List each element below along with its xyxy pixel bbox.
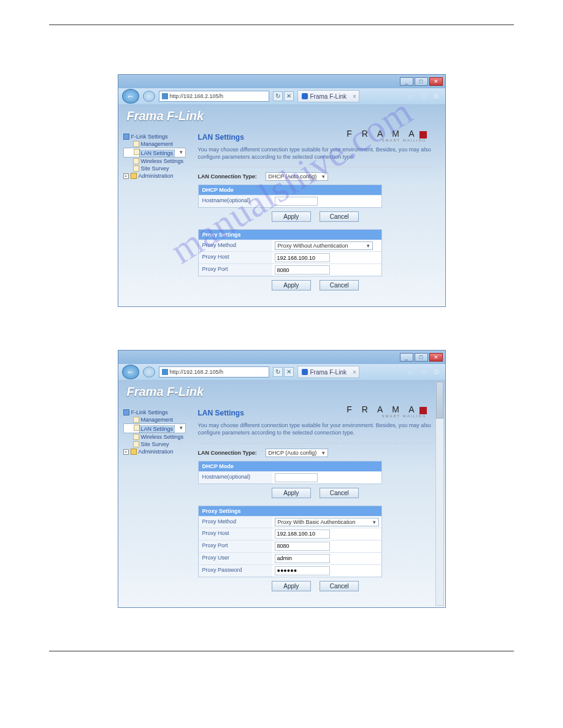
- browser-tab[interactable]: Frama F-Link ×: [297, 90, 359, 102]
- expand-icon[interactable]: +: [123, 449, 129, 455]
- window-maximize-button[interactable]: □: [415, 77, 428, 86]
- page-icon: [134, 149, 140, 155]
- sidebar-tree: F-Link Settings Management LAN Settings …: [123, 406, 191, 594]
- nav-back-button[interactable]: ←: [122, 89, 139, 104]
- tree-root-flink[interactable]: F-Link Settings: [123, 133, 191, 140]
- proxy-port-input[interactable]: [275, 542, 330, 551]
- tab-favicon-icon: [302, 93, 308, 99]
- proxy-method-select[interactable]: Proxy With Basic Authentication: [275, 518, 379, 526]
- cancel-button[interactable]: Cancel: [320, 581, 359, 591]
- proxy-password-label: Proxy Password: [199, 565, 272, 577]
- proxy-table: Proxy Settings Proxy Method Proxy Withou…: [198, 229, 382, 276]
- url-text: http://192.168.2.105/h: [170, 93, 224, 99]
- root-icon: [123, 134, 129, 140]
- page-icon: [133, 441, 139, 447]
- proxy-port-label: Proxy Port: [199, 264, 272, 276]
- nav-forward-button[interactable]: [143, 366, 155, 377]
- home-icon[interactable]: ⌂: [408, 92, 417, 100]
- address-bar[interactable]: http://192.168.2.105/h: [159, 91, 269, 102]
- apply-button[interactable]: Apply: [272, 488, 311, 498]
- folder-icon: [131, 449, 137, 455]
- page-icon: [133, 141, 139, 147]
- apply-button[interactable]: Apply: [272, 280, 311, 290]
- tab-close-icon[interactable]: ×: [353, 369, 356, 376]
- tree-item-administration[interactable]: +Administration: [123, 172, 191, 180]
- favorites-icon[interactable]: ☆: [421, 368, 429, 376]
- app-title: Frama F-Link: [127, 109, 437, 123]
- tree-label: Administration: [139, 449, 174, 455]
- proxy-method-select[interactable]: Proxy Without Authentication: [275, 241, 373, 250]
- tree-item-site-survey[interactable]: Site Survey: [123, 165, 191, 172]
- url-text: http://192.168.2.105/h: [170, 369, 224, 375]
- tree-root-flink[interactable]: F-Link Settings: [123, 409, 191, 416]
- hostname-label: Hostname(optional): [199, 195, 272, 207]
- conn-type-select[interactable]: DHCP (Auto config): [266, 449, 329, 457]
- page-icon: [133, 417, 139, 423]
- favorites-icon[interactable]: ☆: [421, 92, 429, 100]
- dhcp-header: DHCP Mode: [199, 461, 381, 471]
- proxy-method-label: Proxy Method: [199, 517, 272, 528]
- window-maximize-button[interactable]: □: [415, 353, 428, 362]
- tree-label: Wireless Settings: [141, 434, 184, 440]
- window-minimize-button[interactable]: _: [400, 353, 413, 362]
- dhcp-table: DHCP Mode Hostname(optional): [198, 461, 382, 484]
- window-close-button[interactable]: ✕: [429, 77, 443, 86]
- proxy-user-label: Proxy User: [199, 553, 272, 564]
- cancel-button[interactable]: Cancel: [320, 488, 359, 498]
- tree-item-wireless-settings[interactable]: Wireless Settings: [123, 157, 191, 165]
- tools-icon[interactable]: ⚙: [433, 368, 442, 376]
- tree-item-site-survey[interactable]: Site Survey: [123, 441, 191, 448]
- section-description: You may choose different connection type…: [198, 422, 433, 436]
- hostname-label: Hostname(optional): [199, 472, 272, 483]
- stop-button[interactable]: ✕: [284, 91, 294, 101]
- divider: [198, 443, 433, 444]
- arrow-left-icon: ←: [126, 367, 135, 377]
- conn-type-select[interactable]: DHCP (Auto config): [266, 172, 329, 181]
- proxy-header: Proxy Settings: [199, 506, 381, 516]
- proxy-host-label: Proxy Host: [199, 528, 272, 540]
- tree-item-management[interactable]: Management: [123, 416, 191, 423]
- cancel-button[interactable]: Cancel: [320, 211, 359, 222]
- expand-icon[interactable]: +: [123, 173, 129, 179]
- nav-back-button[interactable]: ←: [122, 365, 139, 379]
- scrollbar[interactable]: [435, 381, 444, 605]
- tab-title: Frama F-Link: [310, 369, 347, 376]
- address-bar[interactable]: http://192.168.2.105/h: [159, 366, 269, 377]
- proxy-port-input[interactable]: [275, 265, 330, 275]
- window-close-button[interactable]: ✕: [429, 353, 443, 362]
- folder-icon: [131, 173, 137, 179]
- hostname-input[interactable]: [275, 197, 318, 206]
- proxy-user-input[interactable]: [275, 554, 330, 563]
- brand-text: F R A M A: [347, 129, 418, 138]
- tree-item-management[interactable]: Management: [123, 140, 191, 148]
- home-icon[interactable]: ⌂: [408, 368, 417, 376]
- tree-item-lan-settings[interactable]: LAN Settings: [123, 148, 186, 157]
- dhcp-header: DHCP Mode: [199, 185, 381, 195]
- window-minimize-button[interactable]: _: [400, 77, 413, 86]
- browser-toolbar: ← http://192.168.2.105/h ↻ ✕ Frama F-Lin…: [118, 364, 445, 380]
- proxy-password-input[interactable]: [275, 566, 330, 575]
- tree-item-lan-settings[interactable]: LAN Settings: [123, 423, 186, 433]
- tree-label: F-Link Settings: [131, 134, 168, 140]
- nav-forward-button[interactable]: [143, 91, 155, 102]
- window-titlebar: _ □ ✕: [118, 75, 445, 88]
- apply-button[interactable]: Apply: [272, 581, 311, 591]
- refresh-button[interactable]: ↻: [273, 91, 283, 101]
- arrow-left-icon: ←: [126, 91, 135, 101]
- page-icon: [133, 158, 139, 164]
- stop-button[interactable]: ✕: [284, 367, 294, 377]
- hostname-input[interactable]: [275, 473, 318, 482]
- proxy-host-input[interactable]: [275, 253, 330, 262]
- apply-button[interactable]: Apply: [272, 211, 311, 222]
- scrollbar-thumb[interactable]: [436, 382, 443, 419]
- proxy-host-input[interactable]: [275, 529, 330, 539]
- tree-item-administration[interactable]: +Administration: [123, 448, 191, 455]
- tab-close-icon[interactable]: ×: [353, 93, 356, 100]
- tab-favicon-icon: [302, 369, 308, 375]
- cancel-button[interactable]: Cancel: [320, 280, 359, 290]
- tools-icon[interactable]: ⚙: [433, 92, 442, 100]
- refresh-button[interactable]: ↻: [273, 367, 283, 377]
- root-icon: [123, 409, 129, 415]
- tree-item-wireless-settings[interactable]: Wireless Settings: [123, 433, 191, 441]
- browser-tab[interactable]: Frama F-Link ×: [297, 366, 359, 378]
